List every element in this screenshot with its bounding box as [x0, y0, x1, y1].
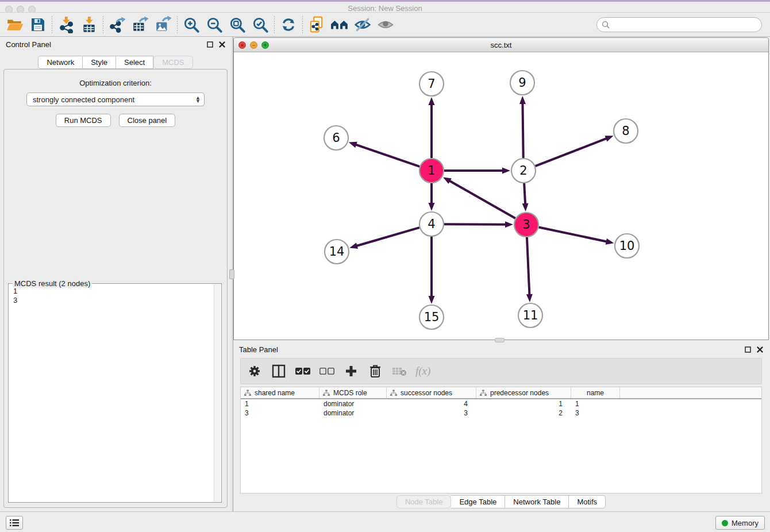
- tab-mcds[interactable]: MCDS: [153, 56, 192, 69]
- column-hierarchy-icon: [390, 390, 397, 396]
- clone-network-icon[interactable]: [305, 14, 328, 35]
- node-14[interactable]: 14: [325, 240, 349, 264]
- optimization-criterion-select[interactable]: strongly connected component ▲▼: [26, 92, 205, 106]
- node-9[interactable]: 9: [510, 71, 534, 95]
- table-cell: 3: [387, 409, 476, 417]
- table-settings-gear-icon[interactable]: [247, 363, 263, 379]
- control-panel-tabs: NetworkStyleSelectMCDS: [0, 56, 231, 69]
- node-2[interactable]: 2: [511, 159, 536, 183]
- float-table-panel-icon[interactable]: [745, 346, 751, 353]
- hide-selected-eye-slash-icon[interactable]: [351, 14, 374, 35]
- tab-style[interactable]: Style: [83, 56, 116, 69]
- edge-4-14[interactable]: [356, 228, 419, 246]
- node-4[interactable]: 4: [419, 212, 444, 236]
- node-6[interactable]: 6: [324, 126, 348, 150]
- tab-node-table[interactable]: Node Table: [396, 495, 452, 508]
- tab-network[interactable]: Network: [38, 56, 83, 69]
- export-network-icon[interactable]: [106, 14, 129, 35]
- edge-2-3[interactable]: [524, 183, 525, 205]
- edge-3-10[interactable]: [539, 228, 607, 242]
- window-close-red-icon[interactable]: ×: [238, 41, 246, 49]
- tab-select[interactable]: Select: [116, 56, 153, 69]
- zoom-fit-icon[interactable]: [226, 14, 249, 35]
- node-8[interactable]: 8: [614, 119, 638, 143]
- apply-layout-icon[interactable]: [277, 14, 300, 35]
- table-panel-title: Table Panel: [239, 345, 278, 354]
- node-table-header: shared nameMCDS rolesuccessor nodesprede…: [241, 387, 761, 399]
- node-label: 4: [428, 217, 435, 231]
- table-cell: 3: [241, 409, 319, 417]
- task-history-button[interactable]: [6, 516, 23, 530]
- node-11[interactable]: 11: [518, 303, 542, 327]
- close-panel-icon[interactable]: [219, 41, 225, 48]
- open-session-icon[interactable]: [3, 14, 26, 35]
- column-header-MCDS-role[interactable]: MCDS role: [319, 387, 387, 398]
- edge-1-6[interactable]: [355, 144, 419, 166]
- close-panel-button[interactable]: Close panel: [119, 114, 176, 127]
- window-minimize-yellow-icon[interactable]: −: [250, 41, 257, 49]
- vertical-splitter-handle[interactable]: [229, 269, 234, 279]
- show-all-eye-icon[interactable]: [374, 14, 397, 35]
- import-table-icon[interactable]: [78, 14, 101, 35]
- control-panel-header: Control Panel: [0, 37, 231, 52]
- search-input[interactable]: [613, 19, 761, 30]
- edge-arrowhead: [526, 294, 533, 302]
- run-mcds-button[interactable]: Run MCDS: [56, 114, 111, 127]
- edge-arrowhead: [505, 221, 513, 228]
- node-10[interactable]: 10: [615, 234, 639, 258]
- node-7[interactable]: 7: [419, 72, 444, 96]
- edge-arrowhead: [606, 238, 614, 245]
- edge-4-3[interactable]: [444, 224, 506, 225]
- result-scrollbar[interactable]: [214, 284, 221, 502]
- column-header-name[interactable]: name: [571, 387, 620, 398]
- memory-button[interactable]: Memory: [715, 516, 765, 530]
- tab-motifs[interactable]: Motifs: [569, 495, 606, 508]
- window-zoom-green-icon[interactable]: +: [261, 41, 269, 49]
- tab-edge-table[interactable]: Edge Table: [451, 495, 505, 508]
- zoom-out-icon[interactable]: [203, 14, 226, 35]
- float-panel-icon[interactable]: [207, 41, 213, 48]
- split-columns-icon[interactable]: [271, 363, 287, 379]
- node-15[interactable]: 15: [419, 305, 444, 329]
- search-field[interactable]: [596, 17, 762, 32]
- optimization-criterion-value: strongly connected component: [33, 95, 134, 104]
- edge-2-9[interactable]: [522, 103, 523, 158]
- import-network-icon[interactable]: [55, 14, 78, 35]
- node-table[interactable]: shared nameMCDS rolesuccessor nodesprede…: [240, 387, 762, 494]
- list-icon: [10, 519, 19, 527]
- create-column-plus-icon[interactable]: [343, 363, 359, 379]
- edge-3-11[interactable]: [527, 237, 529, 295]
- edge-arrowhead: [605, 136, 614, 141]
- network-canvas[interactable]: 7968124314101511: [234, 52, 768, 340]
- save-session-icon[interactable]: [26, 14, 49, 35]
- edge-2-8[interactable]: [536, 138, 607, 166]
- search-icon: [602, 21, 610, 29]
- network-window-titlebar[interactable]: × − + scc.txt: [234, 38, 768, 52]
- memory-status-dot: [722, 520, 728, 526]
- edge-3-1[interactable]: [449, 180, 515, 218]
- close-table-panel-icon[interactable]: [757, 346, 763, 353]
- zoom-selected-icon[interactable]: [249, 14, 272, 35]
- node-label: 11: [523, 309, 538, 322]
- export-image-icon[interactable]: [152, 14, 175, 35]
- horizontal-splitter-handle[interactable]: [495, 338, 505, 342]
- column-header-successor-nodes[interactable]: successor nodes: [387, 387, 476, 398]
- node-label: 2: [519, 164, 527, 178]
- column-hierarchy-icon: [480, 390, 487, 396]
- tab-network-table[interactable]: Network Table: [505, 495, 569, 508]
- houses-icon[interactable]: [328, 14, 351, 35]
- column-header-predecessor-nodes[interactable]: predecessor nodes: [476, 387, 571, 398]
- control-panel: Control Panel NetworkStyleSelectMCDS Opt…: [0, 37, 231, 511]
- deselect-all-checkboxes-icon[interactable]: [319, 363, 335, 379]
- export-table-icon[interactable]: [129, 14, 152, 35]
- table-row[interactable]: 1dominator411: [241, 399, 761, 408]
- select-all-checkboxes-icon[interactable]: [295, 363, 311, 379]
- node-3[interactable]: 3: [514, 213, 538, 237]
- column-header-shared-name[interactable]: shared name: [241, 387, 319, 398]
- zoom-in-icon[interactable]: [180, 14, 203, 35]
- memory-label: Memory: [732, 519, 759, 527]
- node-1[interactable]: 1: [419, 159, 444, 183]
- table-row[interactable]: 3dominator323: [241, 408, 761, 418]
- mcds-result-box: MCDS result (2 nodes) 13: [8, 283, 222, 503]
- delete-trash-icon[interactable]: [367, 363, 383, 379]
